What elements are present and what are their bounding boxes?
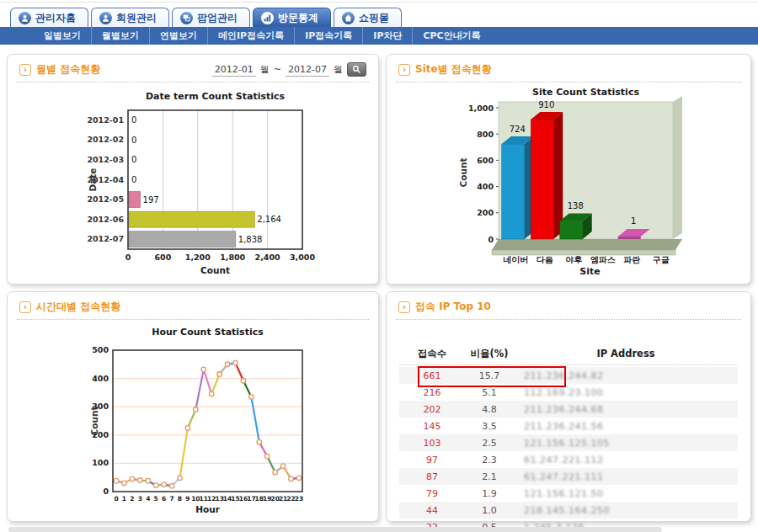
svg-text:200: 200 [477, 208, 494, 217]
col-header-count: 접속수 [399, 348, 465, 360]
top-divider [0, 2, 758, 3]
ratio-cell: 2.3 [465, 455, 514, 466]
svg-text:Count: Count [200, 265, 230, 275]
svg-text:0: 0 [103, 487, 109, 496]
svg-text:0: 0 [131, 155, 136, 164]
panel-header: › 접속 IP Top 10 [387, 292, 750, 319]
panel-monthly-access: › 월별 접속현황 월 ~ 월 Date term Count Statisti… [7, 54, 379, 285]
svg-text:138: 138 [568, 201, 584, 210]
tilde-label: ~ [274, 64, 281, 75]
count-cell: 87 [399, 471, 465, 482]
count-cell: 202 [399, 404, 465, 415]
svg-text:1,800: 1,800 [220, 253, 245, 262]
panel-header: › Site별 접속현황 [387, 55, 750, 82]
ratio-cell: 4.8 [465, 404, 514, 415]
svg-text:400: 400 [92, 374, 109, 383]
panel-header: › 시간대별 접속현황 [8, 292, 378, 319]
svg-text:1,200: 1,200 [185, 253, 211, 262]
dotted-divider [17, 82, 369, 82]
dotted-divider [17, 319, 369, 320]
subnav-item-1[interactable]: 월별보기 [91, 27, 149, 45]
ip-cell: 211.236.241.56 [514, 421, 738, 432]
svg-text:네이버: 네이버 [503, 255, 528, 264]
svg-text:다음: 다음 [536, 255, 553, 264]
house-icon [344, 14, 352, 22]
tab-member-mgmt[interactable]: 회원관리 [91, 8, 169, 27]
tab-shopping-mall[interactable]: 쇼핑몰 [334, 8, 402, 27]
svg-text:9: 9 [185, 495, 190, 503]
ip-cell: 112.169.23.100 [514, 387, 738, 398]
svg-text:8: 8 [178, 495, 182, 503]
arrow-bullet-icon: › [398, 301, 410, 313]
svg-text:600: 600 [154, 253, 171, 262]
tab-label: 쇼핑몰 [359, 11, 389, 25]
svg-text:Site Count Statistics: Site Count Statistics [532, 88, 639, 98]
subnav-item-2[interactable]: 연별보기 [149, 27, 207, 45]
svg-text:0: 0 [131, 175, 136, 184]
sub-navigation: 일별보기월별보기연별보기메인IP접속기록IP접속기록IP차단CPC안내기록 [0, 27, 758, 45]
count-cell: 103 [399, 438, 465, 449]
arrow-bullet-icon: › [19, 64, 31, 76]
ip-cell: 211.236.244.68 [514, 404, 738, 415]
svg-text:0: 0 [114, 495, 118, 503]
svg-text:엠파스: 엠파스 [590, 255, 616, 264]
subnav-item-3[interactable]: 메인IP접속기록 [207, 27, 294, 45]
svg-text:야후: 야후 [565, 255, 582, 264]
ratio-cell: 15.7 [465, 370, 514, 381]
svg-text:Date: Date [88, 168, 98, 192]
magnifier-icon [352, 65, 361, 74]
date-to-input[interactable] [286, 63, 329, 77]
subnav-item-5[interactable]: IP차단 [362, 27, 412, 45]
ratio-cell: 5.1 [465, 387, 514, 398]
tab-label: 팝업관리 [197, 11, 238, 25]
svg-text:197: 197 [143, 195, 159, 205]
svg-text:Count: Count [89, 407, 99, 436]
ip-table-row: 1032.5121.156.125.105 [399, 434, 738, 451]
ratio-cell: 2.1 [465, 471, 514, 482]
subnav-item-0[interactable]: 일별보기 [34, 27, 91, 45]
hourly-line-chart: Hour Count Statistics0100200300400500012… [14, 324, 371, 521]
tab-visit-stats[interactable]: 방문통계 [253, 8, 331, 27]
ip-cell: 61.247.221.112 [514, 455, 738, 466]
tab-popup-mgmt[interactable]: 팝업관리 [172, 8, 250, 27]
tab-admin-home[interactable]: 관리자홈 [10, 8, 88, 27]
svg-text:400: 400 [477, 182, 494, 191]
svg-text:1,000: 1,000 [468, 104, 494, 113]
arrow-bullet-icon: › [398, 64, 410, 76]
svg-text:Hour Count Statistics: Hour Count Statistics [152, 327, 264, 338]
ratio-cell: 2.5 [465, 438, 514, 449]
ip-table-row: 1453.5211.236.241.56 [399, 418, 738, 434]
tab-label: 회원관리 [116, 11, 157, 25]
col-header-ip: IP Address [514, 348, 738, 359]
ratio-cell: 1.0 [465, 505, 514, 516]
site-3d-bar-chart: Site Count Statistics02004006008001,0007… [393, 88, 744, 282]
svg-text:3: 3 [138, 495, 142, 503]
dotted-divider [399, 364, 738, 365]
date-from-input[interactable] [212, 63, 256, 77]
svg-text:2: 2 [130, 495, 134, 503]
month-unit-label: 월 [260, 63, 270, 76]
panel-hourly-access: › 시간대별 접속현황 Hour Count Statistics0100200… [7, 291, 379, 522]
arrow-bullet-icon: › [19, 301, 31, 313]
svg-text:Count: Count [458, 158, 468, 188]
subnav-item-6[interactable]: CPC안내기록 [412, 27, 490, 45]
svg-text:1: 1 [122, 495, 126, 503]
svg-text:파란: 파란 [623, 255, 640, 264]
panel-title: 접속 IP Top 10 [415, 300, 491, 314]
subnav-item-4[interactable]: IP접속기록 [294, 27, 362, 45]
count-cell: 216 [399, 387, 465, 398]
footer-strip [8, 527, 662, 532]
svg-text:0: 0 [125, 253, 131, 262]
ip-cell: 211.236.244.82 [514, 370, 738, 381]
svg-text:1,838: 1,838 [238, 235, 263, 244]
search-button[interactable] [347, 62, 366, 77]
svg-text:6: 6 [162, 495, 166, 503]
svg-text:2012-05: 2012-05 [87, 194, 124, 204]
svg-text:2012-07: 2012-07 [87, 234, 124, 243]
svg-text:2012-06: 2012-06 [87, 215, 124, 224]
svg-text:Site: Site [579, 266, 600, 277]
svg-text:2012-03: 2012-03 [87, 155, 124, 164]
svg-text:3,000: 3,000 [290, 253, 315, 262]
count-cell: 97 [399, 455, 465, 466]
panel-title: Site별 접속현황 [415, 62, 492, 77]
